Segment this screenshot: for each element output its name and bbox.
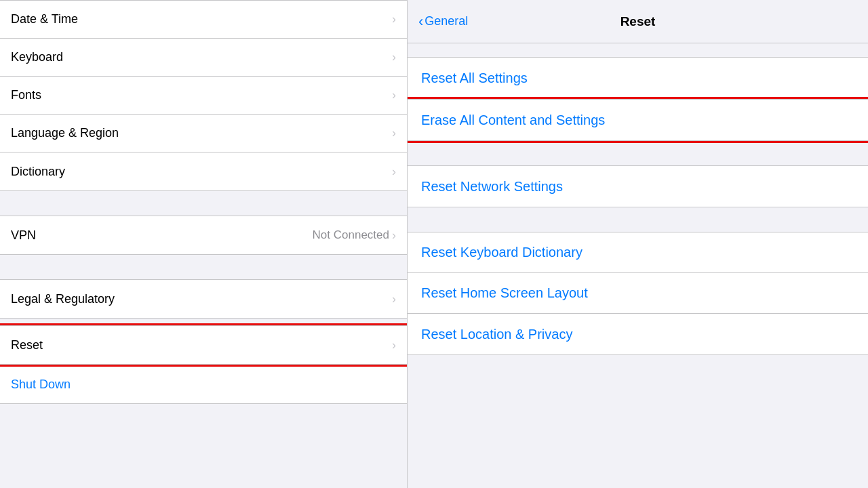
sidebar-item-shut-down[interactable]: Shut Down xyxy=(0,365,407,403)
right-gap-2 xyxy=(408,207,868,232)
dictionary-label: Dictionary xyxy=(11,165,65,179)
reset-group: Reset › xyxy=(0,325,407,365)
fonts-label: Fonts xyxy=(11,88,41,102)
right-item-erase-all[interactable]: Erase All Content and Settings xyxy=(408,100,868,140)
sidebar-item-keyboard[interactable]: Keyboard › xyxy=(0,39,407,77)
right-item-reset-home-screen[interactable]: Reset Home Screen Layout xyxy=(408,273,868,314)
date-time-label: Date & Time xyxy=(11,12,78,26)
top-settings-group: Date & Time › Keyboard › Fonts › Languag… xyxy=(0,0,407,191)
right-gap-top xyxy=(408,43,868,57)
vpn-group: VPN Not Connected › xyxy=(0,216,407,255)
sidebar-item-legal-regulatory[interactable]: Legal & Regulatory › xyxy=(0,280,407,318)
right-gap-1 xyxy=(408,141,868,165)
shut-down-label: Shut Down xyxy=(11,378,71,392)
reset-all-settings-label: Reset All Settings xyxy=(421,70,528,86)
section-gap-1 xyxy=(0,191,407,216)
chevron-icon: › xyxy=(392,292,396,306)
reset-label: Reset xyxy=(11,338,43,352)
reset-all-settings-group: Reset All Settings xyxy=(408,57,868,99)
vpn-label: VPN xyxy=(11,228,36,243)
sidebar-item-vpn[interactable]: VPN Not Connected › xyxy=(0,216,407,254)
legal-regulatory-label: Legal & Regulatory xyxy=(11,292,115,306)
chevron-icon: › xyxy=(392,50,396,64)
right-header: ‹ General Reset xyxy=(408,0,868,43)
shut-down-group: Shut Down xyxy=(0,365,407,404)
back-chevron-icon: ‹ xyxy=(418,14,423,29)
chevron-icon: › xyxy=(392,165,396,179)
section-gap-2 xyxy=(0,255,407,279)
left-panel: Date & Time › Keyboard › Fonts › Languag… xyxy=(0,0,407,488)
right-item-reset-keyboard[interactable]: Reset Keyboard Dictionary xyxy=(408,232,868,273)
section-gap-3 xyxy=(0,319,407,325)
reset-network-group: Reset Network Settings xyxy=(408,165,868,207)
reset-keyboard-label: Reset Keyboard Dictionary xyxy=(421,245,583,260)
vpn-right: Not Connected › xyxy=(313,228,396,243)
right-item-reset-location-privacy[interactable]: Reset Location & Privacy xyxy=(408,314,868,354)
erase-all-label: Erase All Content and Settings xyxy=(421,113,605,128)
reset-network-label: Reset Network Settings xyxy=(421,179,563,195)
right-panel: ‹ General Reset Reset All Settings Erase… xyxy=(407,0,868,488)
back-label: General xyxy=(425,14,468,28)
sidebar-item-dictionary[interactable]: Dictionary › xyxy=(0,152,407,190)
vpn-value: Not Connected xyxy=(313,228,389,242)
chevron-icon: › xyxy=(392,228,396,243)
chevron-icon: › xyxy=(392,126,396,140)
sidebar-item-date-time[interactable]: Date & Time › xyxy=(0,1,407,39)
reset-home-screen-label: Reset Home Screen Layout xyxy=(421,285,588,301)
erase-all-group: Erase All Content and Settings xyxy=(408,99,868,141)
legal-group: Legal & Regulatory › xyxy=(0,279,407,319)
chevron-icon: › xyxy=(392,338,396,352)
chevron-icon: › xyxy=(392,88,396,102)
right-item-reset-network[interactable]: Reset Network Settings xyxy=(408,166,868,207)
language-region-label: Language & Region xyxy=(11,126,119,140)
back-button[interactable]: ‹ General xyxy=(418,14,468,29)
right-item-reset-all-settings[interactable]: Reset All Settings xyxy=(408,58,868,98)
page-title: Reset xyxy=(620,14,656,29)
reset-location-privacy-label: Reset Location & Privacy xyxy=(421,327,572,342)
sidebar-item-reset[interactable]: Reset › xyxy=(0,326,407,364)
sidebar-item-language-region[interactable]: Language & Region › xyxy=(0,115,407,152)
chevron-icon: › xyxy=(392,12,396,26)
keyboard-label: Keyboard xyxy=(11,50,63,64)
reset-misc-group: Reset Keyboard Dictionary Reset Home Scr… xyxy=(408,232,868,355)
sidebar-item-fonts[interactable]: Fonts › xyxy=(0,77,407,115)
